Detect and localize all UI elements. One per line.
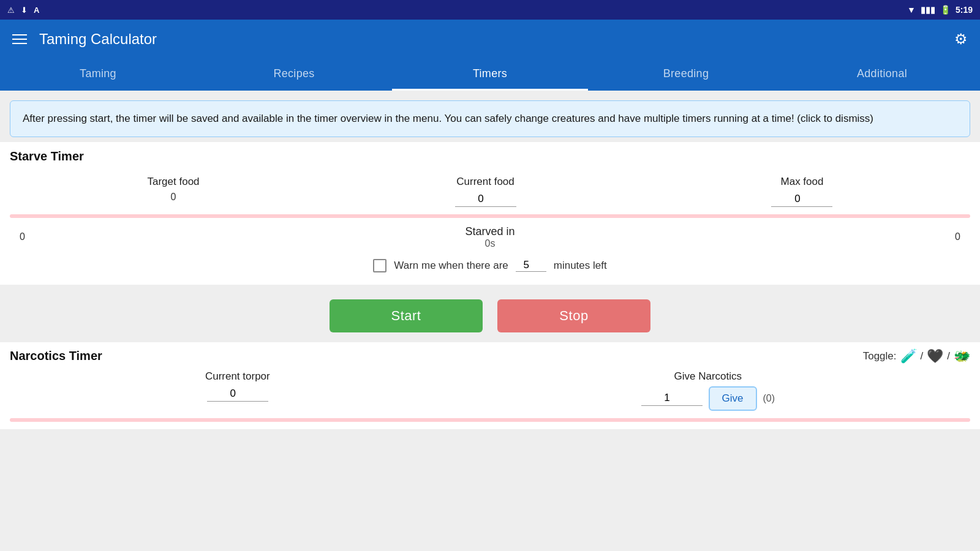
warn-text2: minutes left [554,260,607,272]
narcotics-progress-track [10,418,970,422]
app-title: Taming Calculator [39,31,157,48]
target-food-value: 0 [171,192,176,203]
current-food-col: Current food [455,176,516,207]
tab-recipes[interactable]: Recipes [196,59,392,91]
tab-additional[interactable]: Additional [784,59,980,91]
download-icon: ⬇ [21,6,28,15]
warn-text1: Warn me when there are [394,260,508,272]
starved-in-time: 0s [465,238,514,249]
target-food-col: Target food 0 [147,176,199,203]
max-food-input[interactable] [771,192,832,207]
narcotics-progress-row [0,418,980,422]
starve-timer-title: Starve Timer [0,142,980,168]
app-bar: Taming Calculator ⚙ [0,20,980,59]
toggle-icon-1[interactable]: 🧪 [900,348,917,364]
narcotics-title: Narcotics Timer [10,349,102,363]
time-display: 5:19 [956,5,973,15]
current-torpor-col: Current torpor [205,370,270,402]
warn-minutes-input[interactable] [516,259,546,272]
main-content: After pressing start, the timer will be … [0,100,980,429]
hamburger-line [12,34,27,36]
narcotics-body: Current torpor Give Narcotics Give (0) [0,364,980,414]
starved-in-label: Starved in [465,225,514,238]
hamburger-line [12,43,27,44]
starve-timer-section: Starve Timer Target food 0 Current food … [0,142,980,285]
tab-taming[interactable]: Taming [0,59,196,91]
current-food-input[interactable] [455,192,516,207]
current-torpor-input[interactable] [207,386,268,402]
starved-center: Starved in 0s [465,225,514,249]
toggle-row: Toggle: 🧪 / 🖤 / 🐲 [863,348,970,364]
current-food-label: Current food [456,176,514,188]
narcotics-header: Narcotics Timer Toggle: 🧪 / 🖤 / 🐲 [0,342,980,364]
warn-row: Warn me when there are minutes left [0,254,980,275]
font-icon: A [34,6,39,15]
starved-right-value: 0 [955,231,960,242]
tab-timers[interactable]: Timers [392,59,588,91]
narcotics-timer-section: Narcotics Timer Toggle: 🧪 / 🖤 / 🐲 Curren… [0,342,980,429]
warning-icon: ⚠ [7,6,15,15]
status-bar-right: ▼ ▮▮▮ 🔋 5:19 [907,5,973,15]
give-narcotics-label: Give Narcotics [674,370,742,383]
give-button[interactable]: Give [709,386,757,411]
give-narcotics-input[interactable] [641,391,703,406]
stop-button[interactable]: Stop [497,299,650,332]
toggle-icon-2[interactable]: 🖤 [927,348,943,364]
start-button[interactable]: Start [330,299,483,332]
status-bar-left: ⚠ ⬇ A [7,6,39,15]
warn-checkbox[interactable] [373,259,386,272]
status-bar: ⚠ ⬇ A ▼ ▮▮▮ 🔋 5:19 [0,0,980,20]
food-row: Target food 0 Current food Max food [0,168,980,212]
app-bar-left: Taming Calculator [12,31,157,48]
target-food-label: Target food [147,176,199,188]
settings-button[interactable]: ⚙ [954,31,968,48]
wifi-icon: ▼ [907,5,916,15]
toggle-label: Toggle: [863,350,897,362]
tab-breeding[interactable]: Breeding [588,59,784,91]
toggle-icon-3[interactable]: 🐲 [954,348,970,364]
starve-progress-track [10,214,970,218]
signal-icon: ▮▮▮ [921,5,935,15]
battery-icon: 🔋 [940,5,951,15]
toggle-separator2: / [947,350,950,362]
tabs-bar: Taming Recipes Timers Breeding Additiona… [0,59,980,91]
toggle-separator: / [921,350,924,362]
starved-row: 0 Starved in 0s 0 [0,220,980,254]
give-count: (0) [763,393,775,404]
max-food-col: Max food [771,176,832,207]
give-narcotics-col: Give Narcotics Give (0) [641,370,775,411]
current-torpor-label: Current torpor [205,370,270,383]
info-banner[interactable]: After pressing start, the timer will be … [10,100,970,137]
action-buttons-row: Start Stop [0,290,980,342]
hamburger-line [12,39,27,40]
starved-left-value: 0 [20,231,25,242]
max-food-label: Max food [781,176,824,188]
menu-button[interactable] [12,34,27,44]
starve-progress-row [0,214,980,218]
give-row: Give (0) [641,386,775,411]
